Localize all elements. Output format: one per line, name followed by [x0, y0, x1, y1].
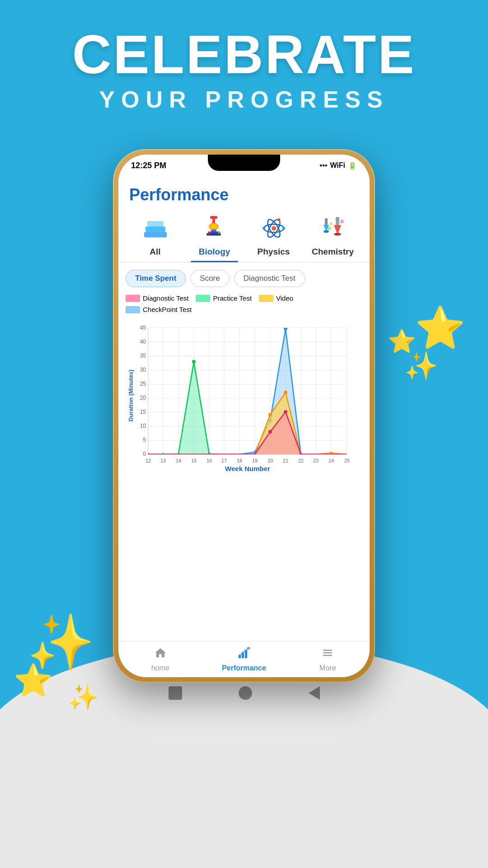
svg-rect-105	[323, 650, 332, 651]
star-decoration-2: ✨	[404, 353, 438, 380]
pill-diagnostic-test[interactable]: Diagnostic Test	[234, 270, 305, 287]
svg-text:23: 23	[313, 458, 319, 463]
star-decoration-1: ⭐	[415, 307, 465, 348]
subject-tab-biology[interactable]: Biology	[185, 209, 244, 262]
legend-checkpoint: CheckPoint Test	[126, 306, 192, 313]
svg-rect-20	[325, 218, 328, 225]
performance-nav-label: Performance	[222, 664, 266, 672]
star-decoration-5: ⭐	[14, 665, 53, 696]
svg-point-22	[324, 230, 329, 233]
svg-rect-106	[323, 652, 332, 654]
svg-text:15: 15	[191, 458, 197, 463]
svg-text:20: 20	[140, 395, 146, 401]
svg-rect-7	[211, 230, 216, 231]
svg-text:0: 0	[143, 451, 146, 457]
pill-time-spent[interactable]: Time Spent	[126, 270, 186, 287]
svg-point-90	[268, 413, 272, 416]
legend-video: Video	[259, 294, 293, 302]
status-time: 12:25 PM	[131, 161, 166, 170]
chart-legend: Diagnostic Test Practice Test Video	[126, 294, 362, 313]
svg-point-87	[284, 327, 287, 330]
all-icon-wrap	[140, 212, 171, 244]
pill-score[interactable]: Score	[190, 270, 229, 287]
bottom-navigation: home Performance	[118, 641, 370, 677]
svg-text:5: 5	[143, 437, 146, 443]
svg-text:20: 20	[267, 458, 273, 463]
svg-point-27	[330, 222, 333, 225]
legend-diagnostic-box	[126, 295, 140, 302]
svg-text:25: 25	[140, 381, 146, 387]
phone-screen: 12:25 PM ▪▪▪ WiFi 🔋 Performance	[118, 155, 370, 677]
nav-home[interactable]: home	[118, 646, 202, 672]
subject-tabs: All	[118, 209, 370, 263]
star-decoration-4: ✨	[27, 615, 95, 669]
legend-practice-box	[196, 295, 210, 302]
svg-point-96	[147, 453, 150, 456]
performance-chart: Duration (Minutes)	[126, 319, 356, 472]
legend-checkpoint-label: CheckPoint Test	[143, 306, 192, 313]
svg-point-82	[192, 360, 196, 363]
svg-rect-0	[144, 232, 167, 237]
svg-text:18: 18	[237, 458, 242, 463]
svg-point-19	[277, 218, 280, 221]
performance-nav-icon	[238, 646, 250, 662]
progress-subheading: YOUR PROGRESS	[0, 86, 488, 113]
svg-text:14: 14	[176, 458, 181, 463]
wifi-icon: WiFi	[330, 161, 345, 170]
physics-icon	[260, 215, 287, 242]
svg-point-95	[284, 410, 287, 414]
legend-practice: Practice Test	[196, 294, 252, 302]
legend-video-label: Video	[276, 294, 293, 302]
celebrate-heading: CELEBRATE	[0, 27, 488, 81]
svg-marker-84	[148, 329, 347, 454]
status-icons: ▪▪▪ WiFi 🔋	[319, 161, 357, 170]
svg-rect-107	[323, 655, 332, 656]
home-nav-icon	[154, 646, 167, 662]
filter-pills: Time Spent Score Diagnostic Test	[118, 263, 370, 291]
svg-text:40: 40	[140, 339, 146, 345]
svg-text:21: 21	[283, 458, 288, 463]
svg-point-10	[208, 231, 211, 234]
svg-text:12: 12	[145, 458, 151, 463]
nav-performance[interactable]: Performance	[202, 646, 286, 672]
svg-text:35: 35	[140, 353, 146, 359]
svg-point-28	[340, 220, 344, 223]
svg-text:16: 16	[206, 458, 212, 463]
star-decoration-3: ⭐	[388, 330, 416, 353]
android-back-arrow	[309, 686, 320, 700]
legend-diagnostic-label: Diagnostic Test	[143, 294, 188, 302]
biology-icon-wrap	[199, 212, 230, 244]
more-nav-label: More	[319, 664, 336, 672]
star-decoration-6: ✨	[68, 685, 99, 710]
nav-more[interactable]: More	[286, 646, 370, 672]
svg-point-5	[209, 223, 218, 230]
biology-tab-label: Biology	[199, 247, 230, 257]
svg-text:22: 22	[298, 458, 304, 463]
status-bar: 12:25 PM ▪▪▪ WiFi 🔋	[118, 155, 370, 176]
svg-point-99	[346, 453, 348, 456]
legend-diagnostic: Diagnostic Test	[126, 294, 188, 302]
subject-tab-physics[interactable]: Physics	[244, 209, 303, 262]
svg-rect-23	[336, 217, 339, 225]
physics-tab-label: Physics	[258, 247, 290, 257]
header-section: CELEBRATE YOUR PROGRESS	[0, 27, 488, 113]
svg-point-17	[282, 227, 285, 230]
svg-point-11	[218, 231, 221, 234]
biology-icon	[201, 214, 228, 243]
subject-tab-chemistry[interactable]: Chemistry	[303, 209, 362, 262]
svg-text:17: 17	[221, 458, 227, 463]
android-home-circle	[239, 686, 252, 700]
phone-notch	[208, 155, 280, 171]
more-nav-icon	[321, 646, 334, 662]
svg-marker-93	[148, 412, 347, 454]
svg-point-98	[300, 453, 302, 456]
home-nav-label: home	[151, 664, 169, 672]
svg-point-16	[272, 226, 276, 230]
chemistry-icon	[319, 215, 347, 242]
svg-marker-89	[148, 392, 347, 454]
svg-rect-4	[210, 216, 217, 219]
subject-tab-all[interactable]: All	[126, 209, 185, 262]
android-back-rect	[169, 686, 182, 700]
svg-marker-100	[155, 648, 166, 657]
svg-text:13: 13	[160, 458, 166, 463]
